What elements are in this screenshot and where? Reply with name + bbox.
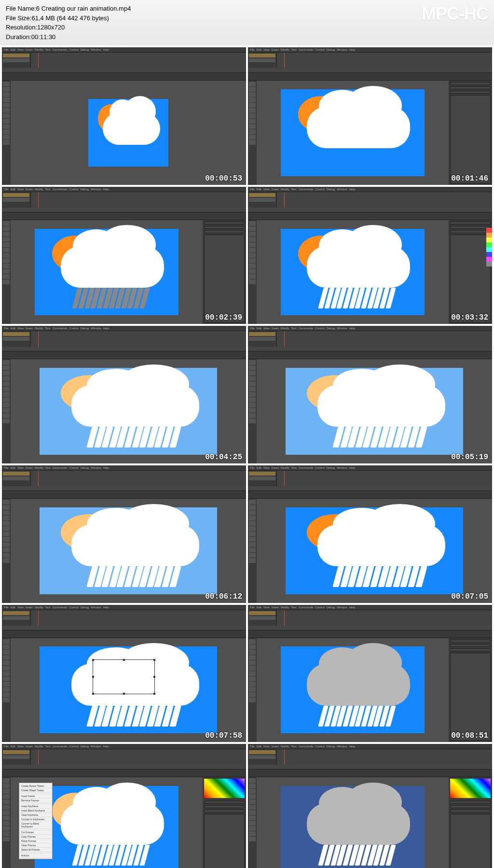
tools-panel: [248, 359, 257, 463]
thumbnail-8[interactable]: FileEditViewInsertModifyTextCommandsCont…: [2, 605, 246, 742]
timestamp: 00:02:39: [205, 313, 242, 322]
timestamp: 00:07:05: [451, 592, 488, 601]
file-size-label: File Size:: [6, 14, 31, 23]
timeline-panel: [248, 749, 492, 777]
flash-menubar: FileEditViewInsertModifyTextCommandsCont…: [2, 744, 246, 749]
stage-canvas: [281, 786, 425, 868]
flash-menubar: FileEditViewInsertModifyTextCommandsCont…: [2, 465, 246, 471]
cloud-icon: [71, 385, 199, 427]
timeline-panel: [248, 331, 492, 359]
rain-icon: [321, 706, 393, 727]
tools-panel: [248, 81, 257, 185]
tools-panel: [2, 638, 11, 742]
stage-canvas: [40, 368, 217, 455]
properties-panel: [203, 220, 246, 324]
properties-panel: [449, 220, 492, 324]
flash-menubar: FileEditViewInsertModifyTextCommandsCont…: [2, 187, 246, 192]
stage-area: [257, 638, 449, 742]
rain-icon: [321, 288, 393, 308]
timestamp: 00:06:12: [205, 592, 242, 601]
timeline-panel: [2, 610, 246, 638]
stage-area: [257, 777, 449, 868]
stage-area: [257, 220, 449, 324]
timeline-panel: [2, 192, 246, 220]
properties-panel: [449, 638, 492, 742]
cloud-icon: [317, 385, 445, 427]
timestamp: 00:00:53: [205, 174, 242, 183]
stage-area: [11, 81, 246, 185]
stage-canvas: [88, 99, 168, 167]
tools-panel: [2, 81, 11, 185]
stage-canvas: [40, 507, 217, 594]
cloud-icon: [307, 664, 411, 705]
stage-area: [11, 638, 246, 742]
app-logo: MPC-HC: [422, 4, 488, 24]
cloud-icon: [71, 525, 199, 566]
timeline-panel: [2, 53, 246, 81]
flash-menubar: FileEditViewInsertModifyTextCommandsCont…: [248, 744, 492, 749]
file-name-label: File Name:: [6, 4, 36, 14]
duration-label: Duration:: [6, 32, 31, 42]
file-info-header: File Name: 6 Creating our rain animation…: [0, 0, 494, 45]
cloud-icon: [307, 246, 411, 288]
thumbnail-3[interactable]: FileEditViewInsertModifyTextCommandsCont…: [248, 187, 492, 324]
rain-icon: [335, 427, 424, 448]
rain-icon: [89, 706, 178, 727]
color-picker: [204, 779, 245, 798]
duration-value: 00:11:30: [31, 32, 56, 42]
stage-canvas: [40, 646, 217, 733]
rain-icon: [89, 427, 178, 448]
timeline-panel: [2, 749, 246, 777]
thumbnail-5[interactable]: FileEditViewInsertModifyTextCommandsCont…: [248, 326, 492, 463]
thumbnail-10[interactable]: FileEditViewInsertModifyTextCommandsCont…: [2, 744, 246, 868]
thumbnail-grid: FileEditViewInsertModifyTextCommandsCont…: [0, 45, 494, 868]
tools-panel: [248, 499, 257, 603]
properties-panel: [203, 777, 246, 868]
rain-icon: [335, 566, 424, 587]
timestamp: 00:03:32: [451, 313, 488, 322]
thumbnail-1[interactable]: FileEditViewInsertModifyTextCommandsCont…: [248, 47, 492, 185]
timeline-panel: [248, 471, 492, 499]
stage-area: [11, 359, 246, 463]
thumbnail-2[interactable]: FileEditViewInsertModifyTextCommandsCont…: [2, 187, 246, 324]
thumbnail-4[interactable]: FileEditViewInsertModifyTextCommandsCont…: [2, 326, 246, 463]
tools-panel: [2, 220, 11, 324]
selection-bbox: [93, 659, 155, 694]
file-name-value: 6 Creating our rain animation.mp4: [36, 4, 131, 14]
cloud-icon: [317, 525, 445, 566]
tools-panel: [248, 638, 257, 742]
cloud-icon: [307, 107, 411, 148]
timestamp: 00:07:58: [205, 731, 242, 740]
thumbnail-9[interactable]: FileEditViewInsertModifyTextCommandsCont…: [248, 605, 492, 742]
cloud-icon: [61, 803, 165, 845]
flash-menubar: FileEditViewInsertModifyTextCommandsCont…: [2, 605, 246, 610]
stage-canvas: [281, 646, 425, 733]
stage-canvas: [35, 229, 178, 316]
stage-area: [11, 220, 203, 324]
thumbnail-6[interactable]: FileEditViewInsertModifyTextCommandsCont…: [2, 465, 246, 603]
cloud-icon: [103, 112, 160, 145]
cloud-icon: [61, 246, 165, 288]
stage-canvas: [281, 229, 425, 316]
timeline-panel: [248, 53, 492, 81]
rain-icon: [321, 845, 393, 866]
thumbnail-0[interactable]: FileEditViewInsertModifyTextCommandsCont…: [2, 47, 246, 185]
stage-canvas: [281, 89, 425, 176]
timeline-panel: [2, 471, 246, 499]
rain-icon: [75, 845, 147, 866]
thumbnail-7[interactable]: FileEditViewInsertModifyTextCommandsCont…: [248, 465, 492, 603]
resolution-label: Resolution:: [6, 23, 37, 32]
timestamp: 00:08:51: [451, 731, 488, 740]
color-swatch: [486, 228, 492, 266]
stage-area: [257, 499, 492, 603]
file-size-value: 61,4 MB (64 442 476 bytes): [31, 14, 109, 23]
tools-panel: [248, 777, 257, 868]
rain-icon: [75, 288, 147, 308]
timestamp: 00:05:19: [451, 453, 488, 462]
stage-area: [257, 359, 492, 463]
thumbnail-11[interactable]: FileEditViewInsertModifyTextCommandsCont…: [248, 744, 492, 868]
rain-icon: [89, 566, 178, 587]
context-menu: Create Motion TweenCreate Shape Tween In…: [19, 783, 53, 859]
color-picker: [450, 779, 491, 798]
flash-menubar: FileEditViewInsertModifyTextCommandsCont…: [2, 47, 246, 53]
